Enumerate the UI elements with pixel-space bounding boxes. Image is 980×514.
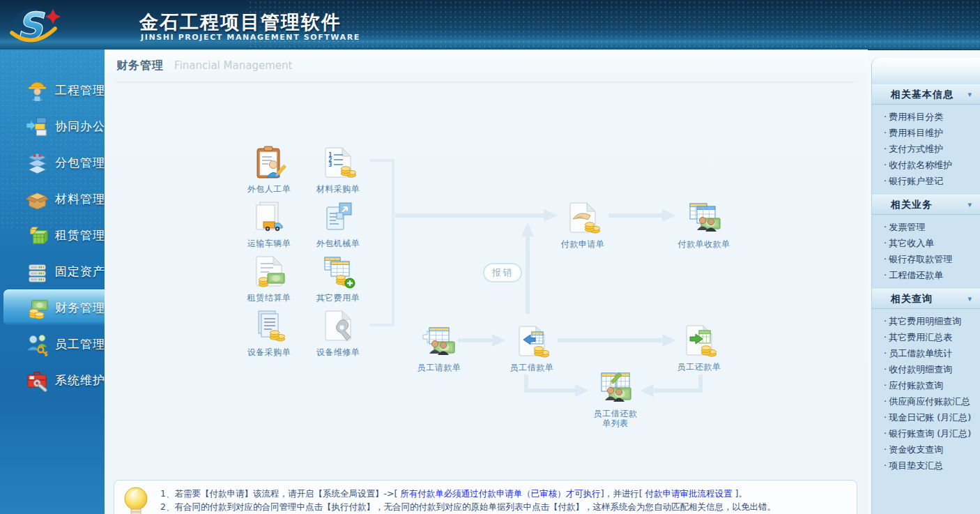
reimburse-badge: 报销: [483, 263, 522, 282]
sidebar-nav-label: 系统维护: [55, 372, 105, 388]
bullet-glyph: ·: [884, 428, 887, 439]
tip-text-segment: ]。: [733, 488, 747, 499]
app-window: S 金石工程项目管理软件 JINSHI PROJECT MANAGEMENT S…: [0, 0, 980, 514]
flow-node[interactable]: 123 材料采购单: [302, 144, 374, 194]
flow-node[interactable]: 员工借款单: [496, 323, 568, 372]
section-related-business: 相关业务 ▾ ·发票管理·其它收入单·银行存取款管理·工程借还款单: [872, 195, 980, 289]
flow-node[interactable]: 付款单收款单: [668, 199, 740, 249]
rightbar-link[interactable]: ·其它费用明细查询: [872, 313, 980, 329]
sidebar-nav-label: 材料管理: [55, 191, 105, 207]
sidebar-nav-item[interactable]: 财务管理: [3, 289, 105, 326]
rightbar-link[interactable]: ·费用科目维护: [872, 125, 980, 141]
flow-node[interactable]: 员工借还款单列表: [579, 369, 652, 429]
rightbar-link[interactable]: ·工程借还款单: [872, 267, 980, 283]
section-related-query: 相关查询 ▾ ·其它费用明细查询·其它费用汇总表·员工借款单统计·收付款明细查询…: [872, 289, 980, 479]
rightbar-link[interactable]: ·费用科目分类: [872, 109, 980, 125]
rightbar-link[interactable]: ·员工借款单统计: [872, 345, 980, 361]
flow-node[interactable]: 设备采购单: [233, 308, 305, 357]
section-related-query-title[interactable]: 相关查询 ▾: [872, 289, 980, 309]
flow-node[interactable]: 付款申请单: [546, 199, 619, 249]
bullet-glyph: ·: [884, 460, 887, 471]
flow-node-document-icon: [681, 322, 717, 358]
app-header: S 金石工程项目管理软件 JINSHI PROJECT MANAGEMENT S…: [0, 0, 980, 50]
sidebar-nav-item[interactable]: 材料管理: [0, 181, 105, 217]
tip-line-1: 1、若需要【付款申请】该流程，请开启【系统全局设置】->[ 所有付款单必须通过付…: [160, 487, 776, 500]
flow-node-document-icon: 123: [320, 144, 356, 181]
rightbar-link[interactable]: ·资金收支查询: [872, 441, 980, 458]
sidebar-nav-item[interactable]: 员工管理: [0, 326, 105, 362]
rightbar-link[interactable]: ·银行存取款管理: [872, 251, 980, 267]
rightbar-link[interactable]: ·银行账查询 (月汇总): [872, 425, 980, 441]
rightbar-link[interactable]: ·供应商应付账款汇总: [872, 393, 980, 409]
sidebar-nav-item[interactable]: 固定资产: [0, 253, 105, 289]
flow-node-document-icon: [251, 199, 287, 235]
chevron-down-icon: ▾: [967, 289, 972, 308]
sidebar-nav-item[interactable]: 租赁管理: [0, 217, 105, 253]
rightbar-link[interactable]: ·收付款明细查询: [872, 361, 980, 377]
flow-node-label: 员工借还款单列表: [592, 409, 638, 429]
main-panel: 财务管理 Financial Management: [105, 50, 868, 514]
flow-node-label: 外包机械单: [302, 239, 374, 248]
flow-node-label: 设备维修单: [302, 347, 374, 357]
title-divider: [116, 82, 856, 82]
header-dot-pattern: [248, 0, 980, 50]
sidebar-nav-item[interactable]: 分包管理: [0, 144, 105, 181]
rightbar-link-label: 现金日记账 (月汇总): [889, 412, 971, 423]
right-sidebar-header: [872, 58, 980, 84]
flow-node[interactable]: 外包机械单: [302, 199, 374, 248]
flow-node-label: 外包人工单: [233, 184, 305, 194]
rightbar-link[interactable]: ·银行账户登记: [872, 173, 980, 189]
section-title-text: 相关基本信息: [891, 89, 954, 100]
flow-node-document-icon: [421, 323, 457, 359]
flow-node-label: 员工还款单: [663, 362, 735, 372]
sidebar-nav-icon: [25, 186, 49, 211]
page-subtitle: Financial Management: [174, 59, 292, 72]
app-logo-icon: S: [10, 3, 121, 50]
section-basic-info-list: ·费用科目分类·费用科目维护·支付方式维护·收付款名称维护·银行账户登记: [872, 105, 980, 195]
sidebar-nav-item[interactable]: 工程管理: [0, 72, 105, 108]
sidebar-nav-label: 协同办公: [55, 119, 105, 135]
tip-link[interactable]: 付款申请审批流程设置: [645, 488, 733, 499]
bullet-glyph: ·: [884, 412, 887, 423]
svg-text:3: 3: [328, 162, 332, 168]
flow-node[interactable]: 外包人工单: [233, 144, 305, 194]
flow-node[interactable]: 员工请款单: [403, 323, 475, 372]
rightbar-link[interactable]: ·其它收入单: [872, 235, 980, 251]
sidebar-nav-item[interactable]: 协同办公: [0, 108, 105, 144]
bullet-glyph: ·: [884, 444, 887, 455]
rightbar-link-label: 员工借款单统计: [889, 348, 952, 358]
rightbar-link[interactable]: ·支付方式维护: [872, 141, 980, 157]
flow-node-label: 付款单收款单: [668, 239, 740, 249]
rightbar-link-label: 其它收入单: [889, 238, 934, 248]
rightbar-link-label: 工程借还款单: [889, 270, 943, 280]
flow-node[interactable]: 租赁结算单: [233, 253, 305, 303]
flow-node[interactable]: 设备维修单: [302, 308, 374, 357]
rightbar-link[interactable]: ·项目垫支汇总: [872, 458, 980, 474]
section-basic-info-title[interactable]: 相关基本信息 ▾: [872, 84, 980, 105]
flow-node-document-icon: [320, 308, 356, 344]
rightbar-link[interactable]: ·现金日记账 (月汇总): [872, 409, 980, 425]
flow-node-document-icon: [320, 199, 356, 235]
rightbar-link[interactable]: ·收付款名称维护: [872, 157, 980, 173]
bullet-glyph: ·: [884, 364, 887, 375]
lightbulb-icon: [121, 485, 152, 514]
flow-node[interactable]: 运输车辆单: [233, 199, 305, 248]
rightbar-link-label: 其它费用汇总表: [889, 332, 952, 342]
rightbar-link[interactable]: ·发票管理: [872, 219, 980, 235]
sidebar-nav-label: 员工管理: [55, 336, 105, 352]
flow-node[interactable]: 其它费用单: [302, 253, 374, 303]
sidebar-nav-item[interactable]: 系统维护: [0, 362, 105, 398]
rightbar-link[interactable]: ·应付账款查询: [872, 377, 980, 393]
section-title-text: 相关业务: [891, 199, 933, 210]
main-nav: 工程管理 协同办公 分包管理 材料管理 租赁管理 固定资产: [0, 72, 105, 398]
rightbar-link-label: 银行账查询 (月汇总): [889, 428, 971, 439]
flow-node-label: 付款申请单: [546, 239, 619, 249]
tip-link[interactable]: 所有付款单必须通过付款申请单（已审核）才可执行: [400, 488, 601, 499]
sidebar-nav-icon: [25, 77, 49, 103]
flow-node-label: 员工借款单: [496, 363, 568, 372]
section-related-business-title[interactable]: 相关业务 ▾: [872, 195, 980, 215]
flow-node[interactable]: 员工还款单: [663, 322, 735, 372]
flow-node-label: 租赁结算单: [233, 293, 305, 303]
sidebar-nav-icon: [25, 368, 49, 393]
rightbar-link[interactable]: ·其它费用汇总表: [872, 329, 980, 345]
